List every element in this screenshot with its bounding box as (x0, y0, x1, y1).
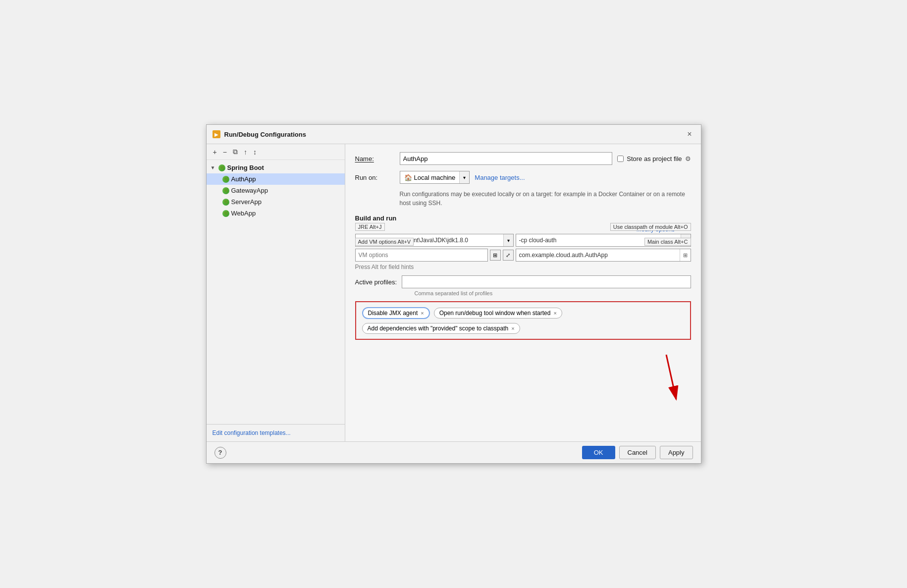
run-debug-dialog: ▶ Run/Debug Configurations × + − ⧉ ↑ ↕ ▼… (206, 124, 701, 464)
action-buttons: OK Cancel Apply (582, 446, 693, 459)
main-class-field[interactable]: com.example.cloud.auth.AuthApp ⊞ (516, 249, 691, 262)
left-panel: + − ⧉ ↑ ↕ ▼ 🌿 Spring Boot 🌿 AuthApp (207, 144, 345, 441)
serverapp-icon: 🌿 (222, 199, 229, 206)
vm-options-wrapper: Add VM options Alt+V ⊞ ⤢ (355, 249, 514, 262)
store-project-label: Store as project file (627, 155, 682, 162)
tree-item-serverapp[interactable]: 🌿 ServerApp (207, 196, 345, 208)
move-config-button[interactable]: ↑ (241, 147, 250, 158)
remove-config-button[interactable]: − (220, 147, 229, 158)
vm-expand-btn[interactable]: ⊞ (490, 250, 501, 261)
build-run-section-header: Build and run (355, 214, 691, 222)
chevron-down-icon: ▼ (211, 165, 216, 170)
help-button[interactable]: ? (214, 447, 226, 459)
jre-tooltip: JRE Alt+J (355, 223, 385, 231)
vm-options-inner: ⊞ ⤢ (355, 249, 514, 262)
bottom-bar: ? OK Cancel Apply (207, 441, 701, 463)
spring-boot-group: ▼ 🌿 Spring Boot 🌿 AuthApp 🌿 GatewayApp 🌿 (207, 162, 345, 219)
disable-jmx-label: Disable JMX agent (368, 310, 418, 317)
red-arrow-container (355, 350, 691, 409)
active-profiles-row: Active profiles: (355, 275, 691, 288)
webapp-label: WebApp (231, 210, 256, 217)
spring-boot-icon: 🌿 (218, 164, 225, 171)
authapp-label: AuthApp (231, 175, 256, 183)
vm-options-input[interactable] (355, 249, 488, 262)
gatewayapp-label: GatewayApp (231, 187, 268, 194)
manage-targets-link[interactable]: Manage targets... (475, 174, 525, 181)
vm-expand2-btn[interactable]: ⤢ (503, 250, 514, 261)
close-button[interactable]: × (684, 129, 694, 140)
add-dependencies-close[interactable]: × (511, 325, 514, 331)
apply-button[interactable]: Apply (660, 446, 693, 459)
main-class-value: com.example.cloud.auth.AuthApp (516, 251, 680, 260)
title-bar-left: ▶ Run/Debug Configurations (213, 130, 306, 138)
run-on-value: Local machine (414, 174, 456, 181)
name-input[interactable] (400, 152, 613, 165)
run-on-info-text: Run configurations may be executed local… (400, 190, 691, 208)
name-row: Name: Store as project file ⚙ (355, 152, 691, 165)
open-tool-window-tag: Open run/debug tool window when started … (434, 308, 562, 319)
cancel-button[interactable]: Cancel (619, 446, 656, 459)
serverapp-label: ServerApp (231, 198, 262, 206)
run-on-row: Run on: 🏠 Local machine ▾ Manage targets… (355, 171, 691, 184)
disable-jmx-close[interactable]: × (421, 310, 424, 316)
main-content: + − ⧉ ↑ ↕ ▼ 🌿 Spring Boot 🌿 AuthApp (207, 144, 701, 441)
tags-container: Disable JMX agent × Open run/debug tool … (355, 301, 691, 340)
toolbar: + − ⧉ ↑ ↕ (207, 144, 345, 160)
open-tool-window-label: Open run/debug tool window when started (439, 310, 551, 317)
title-bar: ▶ Run/Debug Configurations × (207, 125, 701, 144)
name-label: Name: (355, 155, 395, 162)
spring-boot-label: Spring Boot (227, 164, 264, 171)
home-icon: 🏠 (404, 174, 412, 181)
tree-container: ▼ 🌿 Spring Boot 🌿 AuthApp 🌿 GatewayApp 🌿 (207, 160, 345, 424)
add-dependencies-label: Add dependencies with "provided" scope t… (368, 325, 509, 332)
add-config-button[interactable]: + (211, 147, 219, 158)
sort-config-button[interactable]: ↕ (251, 147, 259, 158)
authapp-icon: 🌿 (222, 176, 229, 183)
gear-icon[interactable]: ⚙ (685, 155, 691, 162)
red-arrow-icon (641, 350, 681, 409)
run-on-machine: 🏠 Local machine (400, 173, 460, 182)
main-class-copy-icon[interactable]: ⊞ (680, 249, 691, 261)
vm-options-row: Add VM options Alt+V ⊞ ⤢ Main class Alt+… (355, 249, 691, 262)
edit-templates-link[interactable]: Edit configuration templates... (207, 424, 345, 441)
jre-dropdown-btn[interactable]: ▾ (503, 234, 513, 246)
spring-boot-group-header[interactable]: ▼ 🌿 Spring Boot (207, 162, 345, 173)
dialog-icon: ▶ (213, 130, 220, 138)
active-profiles-input[interactable] (402, 275, 691, 288)
vm-options-tooltip: Add VM options Alt+V (355, 238, 414, 246)
main-class-wrapper: Main class Alt+C com.example.cloud.auth.… (516, 249, 691, 262)
active-profiles-label: Active profiles: (355, 278, 397, 286)
profiles-hint: Comma separated list of profiles (415, 290, 691, 296)
main-class-tooltip: Main class Alt+C (644, 238, 691, 246)
add-dependencies-tag: Add dependencies with "provided" scope t… (362, 323, 520, 334)
press-alt-hint: Press Alt for field hints (355, 264, 691, 270)
tree-item-webapp[interactable]: 🌿 WebApp (207, 208, 345, 219)
gatewayapp-icon: 🌿 (222, 187, 229, 194)
right-panel: Name: Store as project file ⚙ Run on: 🏠 … (345, 144, 701, 441)
tree-item-authapp[interactable]: 🌿 AuthApp (207, 173, 345, 185)
run-on-dropdown[interactable]: 🏠 Local machine ▾ (400, 171, 470, 184)
webapp-icon: 🌿 (222, 210, 229, 217)
ok-button[interactable]: OK (582, 446, 615, 459)
svg-line-1 (666, 355, 676, 399)
disable-jmx-tag: Disable JMX agent × (362, 307, 430, 319)
copy-config-button[interactable]: ⧉ (230, 146, 240, 158)
store-project-checkbox[interactable] (617, 156, 624, 162)
classpath-tooltip: Use classpath of module Alt+O (610, 223, 691, 231)
open-tool-window-close[interactable]: × (553, 310, 556, 316)
dialog-title: Run/Debug Configurations (224, 131, 306, 138)
run-on-dropdown-arrow[interactable]: ▾ (459, 171, 469, 183)
run-on-label: Run on: (355, 174, 395, 181)
store-project-row: Store as project file ⚙ (617, 155, 691, 162)
tree-item-gatewayapp[interactable]: 🌿 GatewayApp (207, 185, 345, 196)
